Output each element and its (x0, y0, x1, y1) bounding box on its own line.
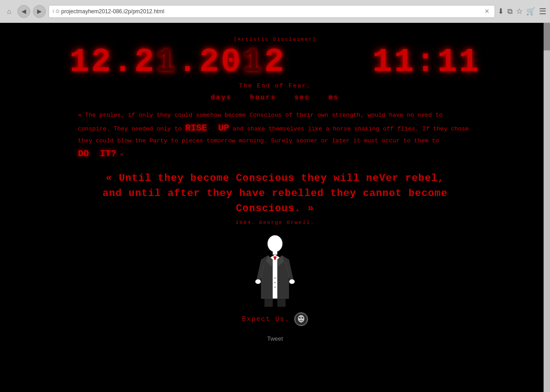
rise-up-text: RISE UP (185, 123, 229, 133)
browser-window: ⌂ ◀ ▶ i ⊙ projectmayhem2012-086.i2p/pm20… (0, 0, 550, 392)
bookmark-icon[interactable]: ☆ (516, 7, 522, 16)
clock-spacer (308, 44, 351, 81)
big-quote: « Until they become Conscious they will … (69, 171, 481, 216)
clock-time: 11:11 (372, 44, 480, 81)
tweet-button[interactable]: Tweet (267, 335, 283, 342)
anonymous-logo (294, 312, 308, 326)
back-button[interactable]: ◀ (17, 5, 30, 18)
url-text: projectmayhem2012-086.i2p/pm2012.html (61, 8, 165, 15)
svg-rect-9 (277, 299, 286, 307)
svg-point-11 (275, 282, 276, 283)
do-it-text: DO IT? (78, 148, 116, 159)
ms-label: ms (329, 94, 339, 101)
big-quote-line2: and until after they have rebelled they … (69, 186, 481, 216)
clear-url-button[interactable]: ✕ (483, 7, 491, 16)
svg-point-7 (289, 279, 295, 284)
hours-label: hours (250, 94, 276, 101)
sec-label: sec (295, 94, 310, 101)
big-quote-line1: « Until they become Conscious they will … (69, 171, 481, 186)
pocket-icon[interactable]: 🛒 (526, 7, 535, 16)
figure-container (254, 234, 296, 308)
clock-date: 12.21.2012 (69, 44, 286, 81)
countdown-labels: days hours sec ms (211, 94, 339, 101)
scrollbar-thumb[interactable] (544, 23, 550, 50)
svg-rect-1 (273, 251, 277, 255)
suit-figure (254, 234, 296, 308)
home-button[interactable]: ⌂ (4, 6, 15, 17)
svg-point-17 (302, 317, 303, 319)
main-paragraph: « The proles, if only they could somehow… (69, 110, 481, 162)
window-icon[interactable]: ⧉ (507, 7, 512, 16)
security-indicator: i ⊙ (53, 8, 60, 14)
svg-point-6 (255, 279, 261, 284)
action-buttons: ⬇ ⧉ ☆ 🛒 ☰ (498, 6, 546, 16)
svg-point-12 (275, 287, 276, 288)
svg-point-0 (268, 235, 282, 252)
svg-point-10 (275, 278, 276, 279)
svg-rect-5 (273, 260, 277, 299)
address-bar[interactable]: i ⊙ projectmayhem2012-086.i2p/pm2012.htm… (49, 5, 495, 18)
days-label: days (211, 94, 232, 101)
scrollbar-track[interactable] (544, 23, 550, 392)
end-of-fear-text: The End of Fear. (239, 82, 311, 89)
clock-display: 12.21.2012 11:11 (69, 46, 480, 79)
artistic-disclaimer: [Artistic Disclaimer] (234, 37, 317, 42)
download-icon[interactable]: ⬇ (498, 7, 504, 16)
expect-us-text: Expect Us. (242, 316, 290, 323)
svg-rect-8 (264, 299, 273, 307)
forward-button[interactable]: ▶ (33, 5, 46, 18)
svg-point-16 (299, 317, 301, 319)
menu-icon[interactable]: ☰ (539, 6, 546, 16)
browser-toolbar: ⌂ ◀ ▶ i ⊙ projectmayhem2012-086.i2p/pm20… (0, 0, 550, 23)
expect-us-container: Expect Us. (242, 312, 308, 326)
page-content: [Artistic Disclaimer] 12.21.2012 11:11 T… (0, 23, 550, 392)
attribution-text: 1984. George Orwell. (236, 220, 314, 225)
